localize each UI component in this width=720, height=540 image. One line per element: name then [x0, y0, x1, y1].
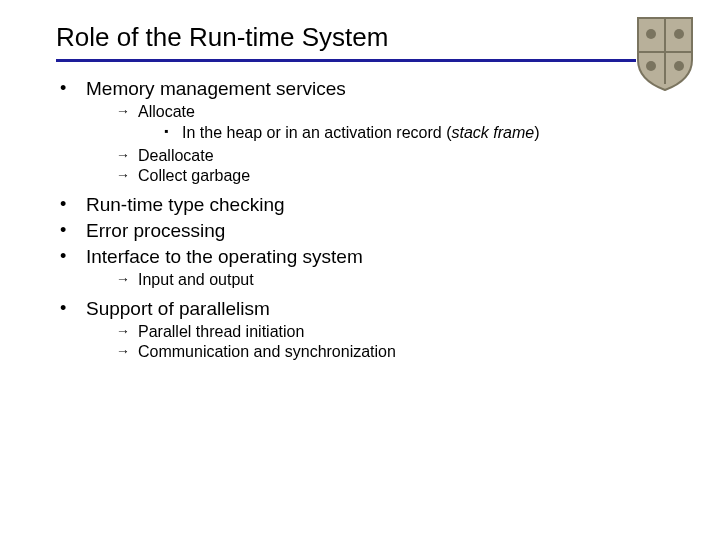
svg-point-3 [674, 29, 684, 39]
bullet-label: Interface to the operating system [86, 246, 363, 267]
bullet-error: Error processing [56, 218, 680, 244]
sub-list: Parallel thread initiation Communication… [86, 322, 680, 362]
sub-label: Input and output [138, 271, 254, 288]
sub-deallocate: Deallocate [116, 146, 680, 166]
bullet-typecheck: Run-time type checking [56, 192, 680, 218]
text: ) [534, 124, 539, 141]
sub-parallel-init: Parallel thread initiation [116, 322, 680, 342]
sub-label: Allocate [138, 103, 195, 120]
svg-point-4 [646, 61, 656, 71]
slide-title: Role of the Run-time System [56, 22, 680, 53]
bullet-parallel: Support of parallelism Parallel thread i… [56, 296, 680, 368]
sub-label: Parallel thread initiation [138, 323, 304, 340]
bullet-label: Support of parallelism [86, 298, 270, 319]
title-underline [56, 59, 636, 62]
slide: Role of the Run-time System Memory manag… [0, 0, 720, 540]
sub-parallel-comm: Communication and synchronization [116, 342, 680, 362]
sub2-heap: In the heap or in an activation record (… [164, 123, 680, 143]
sub-collect: Collect garbage [116, 166, 680, 186]
sub-list: Allocate In the heap or in an activation… [86, 102, 680, 186]
bullet-memory: Memory management services Allocate In t… [56, 76, 680, 192]
sub-io: Input and output [116, 270, 680, 290]
bullet-list: Memory management services Allocate In t… [56, 76, 680, 368]
bullet-label: Memory management services [86, 78, 346, 99]
sub-allocate: Allocate In the heap or in an activation… [116, 102, 680, 146]
bullet-os: Interface to the operating system Input … [56, 244, 680, 296]
sub-label: Communication and synchronization [138, 343, 396, 360]
svg-point-2 [646, 29, 656, 39]
svg-point-5 [674, 61, 684, 71]
bullet-label: Run-time type checking [86, 194, 285, 215]
sub-list: Input and output [86, 270, 680, 290]
sub-label: Deallocate [138, 147, 214, 164]
bullet-label: Error processing [86, 220, 225, 241]
sub-label: Collect garbage [138, 167, 250, 184]
text: In the heap or in an activation record ( [182, 124, 452, 141]
italic-text: stack frame [452, 124, 535, 141]
sub2-list: In the heap or in an activation record (… [138, 123, 680, 143]
